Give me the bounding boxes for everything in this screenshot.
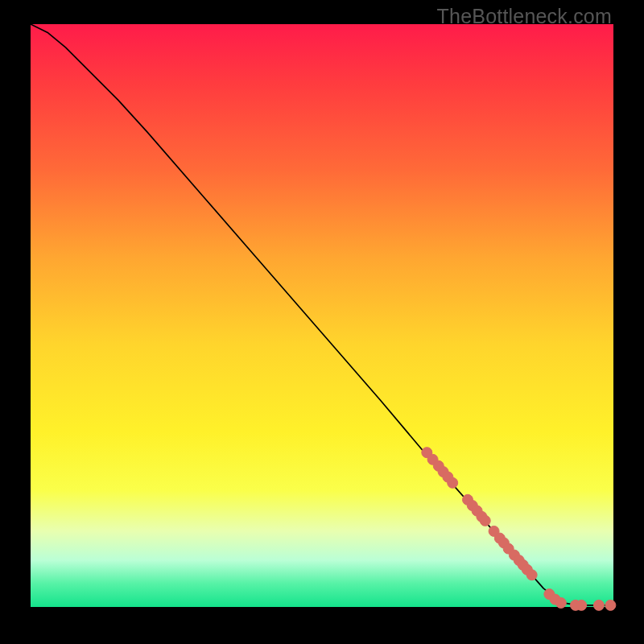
marker-group — [422, 448, 616, 611]
data-marker — [593, 600, 604, 610]
data-marker — [605, 600, 616, 610]
data-marker — [555, 597, 566, 608]
data-marker — [480, 515, 490, 526]
data-marker — [448, 477, 458, 488]
data-marker — [526, 570, 537, 580]
curve-line — [31, 24, 613, 605]
data-marker — [576, 600, 587, 610]
chart-svg — [0, 0, 644, 644]
